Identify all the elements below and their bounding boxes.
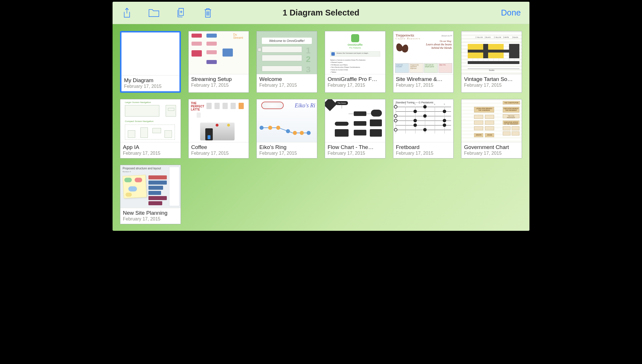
document-date: February 17, 2015 xyxy=(259,151,314,156)
document-date: February 17, 2015 xyxy=(396,151,451,156)
document-date: February 17, 2015 xyxy=(191,83,246,88)
thumbnail: OmniGraffle Pro Features Access the Canv… xyxy=(325,31,385,74)
document-meta: New Site Planning February 17, 2015 xyxy=(120,208,181,224)
document-date: February 17, 2015 xyxy=(396,83,451,88)
thumbnail: Eiko's Ri xyxy=(257,99,317,142)
document-item[interactable]: Proposed structure and layout Revision 4… xyxy=(120,165,181,224)
thumbnail: THEPERFECTLATTE xyxy=(189,99,249,142)
document-title: Streaming Setup xyxy=(191,76,246,82)
document-item[interactable]: Eiko's Ri Eiko's Ring February 17, 2015 xyxy=(256,99,317,158)
device-frame: 1 Diagram Selected Done My Diagram Febru… xyxy=(111,0,531,233)
thumbnail: TreppenwitzCoffee Roasters About Us Pr O… xyxy=(393,31,454,74)
document-meta: Fretboard February 17, 2015 xyxy=(393,142,454,158)
document-meta: Streaming Setup February 17, 2015 xyxy=(189,74,249,90)
folder-icon xyxy=(148,8,160,18)
documents-area: My Diagram February 17, 2015 DuStreami S… xyxy=(113,24,529,231)
thumbnail: The Game xyxy=(325,99,385,142)
document-date: February 17, 2015 xyxy=(259,83,314,88)
document-title: My Diagram xyxy=(124,77,177,84)
document-date: February 17, 2015 xyxy=(124,84,177,89)
document-title: Coffee xyxy=(191,144,246,150)
document-title: Eiko's Ring xyxy=(259,144,314,150)
document-title: Vintage Tartan So… xyxy=(464,76,519,82)
document-item[interactable]: Welcome to OmniGraffle! 1 2 3 Welcome Fe… xyxy=(256,31,317,93)
document-title: Flow Chart - The… xyxy=(328,144,383,150)
thumbnail: YELLOWBLACKYELLOWWHITEBLACK Socks xyxy=(461,31,522,74)
folder-button[interactable] xyxy=(148,7,160,19)
document-item[interactable]: My Diagram February 17, 2015 xyxy=(120,31,181,93)
toolbar-left xyxy=(121,7,214,19)
document-date: February 17, 2015 xyxy=(464,83,519,88)
document-item[interactable]: Larger Screen Navigation Compact Screen … xyxy=(120,99,181,158)
document-date: February 17, 2015 xyxy=(123,151,178,156)
document-meta: My Diagram February 17, 2015 xyxy=(121,75,179,91)
document-item[interactable]: The Game Flow Chart - The… February 17, … xyxy=(325,99,386,158)
document-date: February 17, 2015 xyxy=(328,83,383,88)
screen: 1 Diagram Selected Done My Diagram Febru… xyxy=(113,2,529,231)
new-document-button[interactable] xyxy=(175,7,187,19)
thumbnail: Standard Tuning — G Pentatonic 012345 xyxy=(393,99,454,142)
document-title: Government Chart xyxy=(464,144,519,150)
document-meta: Flow Chart - The… February 17, 2015 xyxy=(325,142,385,158)
document-title: Site Wireframe &… xyxy=(396,76,451,82)
document-meta: OmniGraffle Pro F… February 17, 2015 xyxy=(325,74,385,90)
document-meta: Site Wireframe &… February 17, 2015 xyxy=(393,74,454,90)
document-date: February 17, 2015 xyxy=(328,151,383,156)
document-date: February 17, 2015 xyxy=(191,151,246,156)
document-item[interactable]: THEPERFECTLATTE Coffee February 17, 2015 xyxy=(188,99,249,158)
share-icon xyxy=(123,7,131,18)
delete-button[interactable] xyxy=(202,7,214,19)
document-meta: Welcome February 17, 2015 xyxy=(257,74,317,90)
done-button[interactable]: Done xyxy=(501,8,521,18)
document-meta: Eiko's Ring February 17, 2015 xyxy=(257,142,317,158)
toolbar: 1 Diagram Selected Done xyxy=(113,2,529,24)
thumbnail: THE CONSTITUTION LEGISLATIVE BRANCH THE … xyxy=(461,99,522,142)
document-meta: App IA February 17, 2015 xyxy=(120,142,181,158)
document-meta: Coffee February 17, 2015 xyxy=(189,142,249,158)
document-item[interactable]: THE CONSTITUTION LEGISLATIVE BRANCH THE … xyxy=(461,99,522,158)
thumbnail xyxy=(121,32,179,75)
trash-icon xyxy=(203,7,212,18)
document-title: OmniGraffle Pro F… xyxy=(328,76,383,82)
document-title: Fretboard xyxy=(396,144,451,150)
new-document-icon xyxy=(176,7,185,18)
share-button[interactable] xyxy=(121,7,133,19)
document-item[interactable]: OmniGraffle Pro Features Access the Canv… xyxy=(325,31,386,93)
document-date: February 17, 2015 xyxy=(464,151,519,156)
document-item[interactable]: DuStreami Streaming Setup February 17, 2… xyxy=(188,31,249,93)
thumbnail: Proposed structure and layout Revision 4 xyxy=(120,165,181,208)
document-date: February 17, 2015 xyxy=(123,216,178,222)
document-title: App IA xyxy=(123,144,178,150)
documents-grid: My Diagram February 17, 2015 DuStreami S… xyxy=(120,31,522,224)
document-title: New Site Planning xyxy=(123,210,178,216)
document-title: Welcome xyxy=(259,76,314,82)
document-item[interactable]: YELLOWBLACKYELLOWWHITEBLACK Socks Vintag… xyxy=(461,31,522,93)
document-meta: Government Chart February 17, 2015 xyxy=(461,142,522,158)
thumbnail: Welcome to OmniGraffle! 1 2 3 xyxy=(257,31,317,74)
document-item[interactable]: TreppenwitzCoffee Roasters About Us Pr O… xyxy=(393,31,454,93)
document-meta: Vintage Tartan So… February 17, 2015 xyxy=(461,74,522,90)
document-item[interactable]: Standard Tuning — G Pentatonic 012345 xyxy=(393,99,454,158)
thumbnail: DuStreami xyxy=(189,31,249,74)
thumbnail: Larger Screen Navigation Compact Screen … xyxy=(120,99,181,142)
